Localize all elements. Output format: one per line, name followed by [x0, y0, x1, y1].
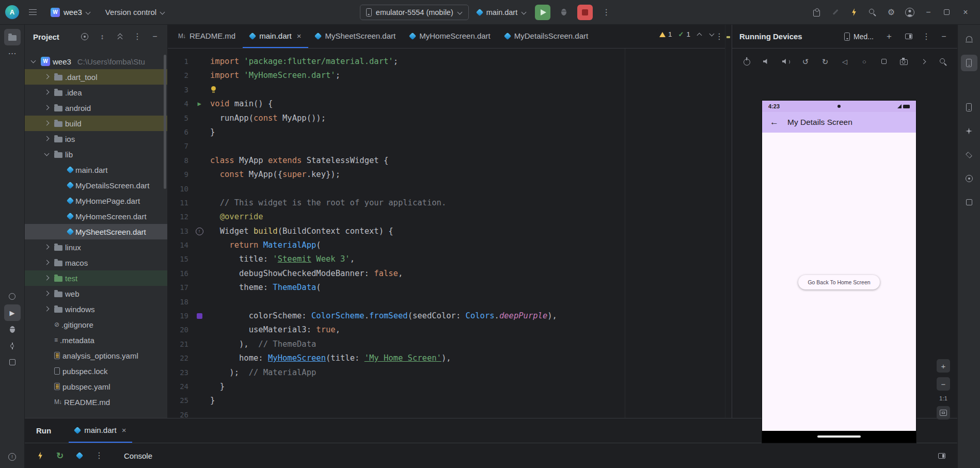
- plugins-button[interactable]: [809, 4, 825, 21]
- assistant-button[interactable]: [827, 4, 844, 21]
- tree-item-test[interactable]: test: [25, 270, 167, 286]
- color-preview-icon[interactable]: [197, 313, 202, 319]
- layout-button[interactable]: [900, 28, 917, 45]
- tree-item-macos[interactable]: macos: [25, 255, 167, 270]
- main-menu-button[interactable]: [24, 4, 41, 21]
- tree-item-windows[interactable]: windows: [25, 301, 167, 317]
- tab-README.md[interactable]: M↓README.md: [171, 25, 243, 48]
- console-layout-button[interactable]: [934, 447, 950, 464]
- tree-item-build[interactable]: build: [25, 116, 167, 131]
- android-overview-button[interactable]: [876, 53, 892, 70]
- run-tool-button[interactable]: ▶: [4, 304, 21, 321]
- tree-item-.metadata[interactable]: ≡.metadata: [25, 332, 167, 348]
- console-label[interactable]: Console: [124, 451, 152, 460]
- zoom-ratio-label[interactable]: 1:1: [939, 395, 947, 401]
- tree-item-.gitignore[interactable]: ⊘.gitignore: [25, 317, 167, 332]
- tree-item-README.md[interactable]: M↓README.md: [25, 394, 167, 410]
- chevron-right-icon[interactable]: [42, 243, 52, 252]
- profiler-button[interactable]: [846, 4, 862, 21]
- chevron-right-icon[interactable]: [42, 103, 52, 112]
- debug-tool-button[interactable]: [4, 321, 21, 337]
- chevron-right-icon[interactable]: [42, 134, 52, 143]
- debug-button[interactable]: [556, 4, 572, 21]
- power-button[interactable]: [738, 53, 755, 70]
- more-options-button[interactable]: ⋮: [91, 447, 107, 464]
- run-config-selector[interactable]: main.dart: [474, 8, 530, 17]
- zoom-out-button[interactable]: −: [937, 377, 950, 391]
- screen-zoom-button[interactable]: [935, 53, 951, 70]
- android-home-button[interactable]: ○: [856, 53, 873, 70]
- tree-item-main.dart[interactable]: main.dart: [25, 162, 167, 177]
- rotate-right-button[interactable]: ↻: [817, 53, 833, 70]
- expand-toolbar-button[interactable]: [915, 53, 931, 70]
- locate-file-button[interactable]: [76, 28, 93, 45]
- close-button[interactable]: ×: [957, 4, 974, 21]
- more-options-button[interactable]: ⋮: [918, 28, 935, 45]
- maximize-button[interactable]: [939, 4, 955, 21]
- editor[interactable]: M↓README.mdmain.dart×MySheetScreen.dartM…: [168, 25, 732, 418]
- tab-MyDetailsScreen.dart[interactable]: MyDetailsScreen.dart: [498, 25, 595, 48]
- problems-tool-button[interactable]: !: [4, 448, 21, 465]
- home-indicator[interactable]: [817, 435, 861, 438]
- notifications-button[interactable]: [961, 31, 977, 47]
- device-tab[interactable]: Med...: [840, 33, 878, 41]
- chevron-right-icon[interactable]: [42, 88, 52, 97]
- device-manager-button[interactable]: [961, 99, 977, 116]
- code-area[interactable]: 1import 'package:flutter/material.dart';…: [168, 49, 732, 418]
- android-back-button[interactable]: ◁: [836, 53, 853, 70]
- chevron-right-icon[interactable]: [42, 289, 52, 298]
- structure-button[interactable]: [961, 194, 977, 211]
- chevron-right-icon[interactable]: [42, 119, 52, 128]
- device-selector[interactable]: emulator-5554 (mobile): [360, 5, 469, 20]
- tree-item-ios[interactable]: ios: [25, 131, 167, 147]
- layers-button[interactable]: [961, 147, 977, 163]
- hot-restart-button[interactable]: ↻: [52, 447, 68, 464]
- hide-panel-button[interactable]: −: [936, 28, 952, 45]
- tree-item-MyHomePage.dart[interactable]: MyHomePage.dart: [25, 193, 167, 208]
- tree-item-MyHomeScreen.dart[interactable]: MyHomeScreen.dart: [25, 208, 167, 224]
- prev-problem-icon[interactable]: [697, 31, 703, 38]
- stop-button[interactable]: [577, 5, 593, 20]
- more-tool-windows-button[interactable]: ⋯: [4, 45, 21, 62]
- gemini-button[interactable]: [961, 123, 977, 139]
- go-back-home-button[interactable]: Go Back To Home Screen: [798, 275, 880, 289]
- tree-item-.idea[interactable]: .idea: [25, 85, 167, 100]
- device-screen[interactable]: 4:23 ← My Details Screen: [762, 101, 916, 443]
- zoom-in-button[interactable]: +: [937, 359, 950, 373]
- passed-indicator[interactable]: ✓ 1: [678, 30, 690, 38]
- tree-item-web[interactable]: web: [25, 286, 167, 301]
- tree-item-pubspec.lock[interactable]: pubspec.lock: [25, 363, 167, 379]
- hot-reload-button[interactable]: [32, 447, 49, 464]
- minimize-button[interactable]: −: [920, 4, 937, 21]
- tab-MySheetScreen.dart[interactable]: MySheetScreen.dart: [308, 25, 403, 48]
- services-tool-button[interactable]: [4, 354, 21, 370]
- chevron-down-icon[interactable]: [29, 57, 38, 66]
- search-everywhere-button[interactable]: [864, 4, 881, 21]
- tree-item-analysis_options.yaml[interactable]: analysis_options.yaml: [25, 348, 167, 363]
- chevron-right-icon[interactable]: [42, 273, 52, 283]
- screenshot-button[interactable]: [895, 53, 912, 70]
- chevron-right-icon[interactable]: [42, 304, 52, 314]
- close-tab-icon[interactable]: ×: [122, 426, 127, 434]
- tree-item-android[interactable]: android: [25, 100, 167, 116]
- run-more-button[interactable]: ⋮: [598, 4, 614, 21]
- run-line-icon[interactable]: ▶: [197, 97, 201, 111]
- volume-down-button[interactable]: [758, 53, 774, 70]
- project-tree[interactable]: Wwee3C:\Users\fomba\Stu.dart_tool.ideaan…: [25, 49, 167, 418]
- tree-item-MyDetailsScreen.dart[interactable]: MyDetailsScreen.dart: [25, 177, 167, 193]
- settings-button[interactable]: ⚙: [883, 4, 899, 21]
- studio-logo-icon[interactable]: A: [5, 5, 19, 19]
- hide-panel-button[interactable]: −: [147, 28, 163, 45]
- tree-item-pubspec.yaml[interactable]: pubspec.yaml: [25, 379, 167, 394]
- chevron-right-icon[interactable]: [42, 72, 52, 82]
- error-stripe[interactable]: [725, 25, 732, 418]
- tree-item-MySheetScreen.dart[interactable]: MySheetScreen.dart: [25, 224, 167, 239]
- project-scrollbar[interactable]: [164, 55, 166, 189]
- chevron-down-icon[interactable]: [42, 150, 52, 159]
- tree-item-lib[interactable]: lib: [25, 147, 167, 162]
- zoom-fit-button[interactable]: [937, 406, 950, 419]
- app-insights-button[interactable]: [961, 170, 977, 187]
- close-tab-icon[interactable]: ×: [297, 31, 302, 40]
- flutter-app-button[interactable]: [71, 447, 88, 464]
- run-tab[interactable]: main.dart ×: [69, 418, 132, 443]
